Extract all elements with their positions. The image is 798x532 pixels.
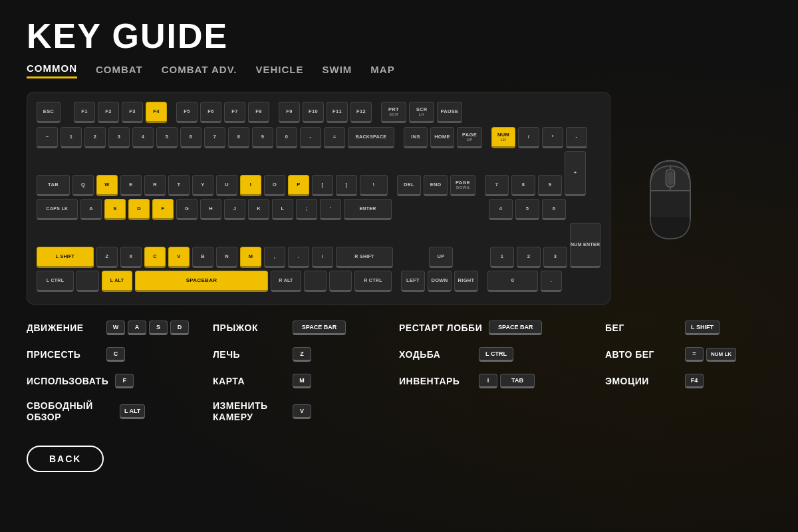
key-num3[interactable]: 3 — [543, 247, 567, 268]
key-f7[interactable]: F7 — [224, 102, 245, 123]
key-esc[interactable]: ESC — [37, 102, 61, 123]
tab-common[interactable]: COMMON — [27, 63, 77, 78]
key-lalt[interactable]: L ALT — [102, 271, 132, 292]
key-num-star[interactable]: * — [542, 127, 563, 148]
key-f[interactable]: F — [152, 199, 174, 220]
key-pause[interactable]: PAUSE — [437, 102, 462, 123]
key-lwin[interactable] — [76, 271, 99, 292]
key-prtscr[interactable]: PRTSCR — [381, 102, 406, 123]
key-g[interactable]: G — [176, 199, 198, 220]
key-num1[interactable]: 1 — [490, 247, 514, 268]
key-comma[interactable]: , — [264, 247, 285, 268]
key-slash[interactable]: / — [312, 247, 333, 268]
key-tilde[interactable]: ~ — [37, 127, 58, 148]
key-num6[interactable]: 6 — [542, 199, 566, 220]
key-numdot[interactable]: . — [541, 271, 562, 292]
key-scrlk[interactable]: SCRLK — [409, 102, 434, 123]
tab-map[interactable]: MAP — [370, 64, 394, 78]
key-rwin[interactable] — [304, 271, 327, 292]
key-ralt[interactable]: R ALT — [271, 271, 301, 292]
key-lshift[interactable]: L SHIFT — [37, 247, 94, 268]
key-up[interactable]: UP — [429, 247, 453, 268]
key-spacebar[interactable]: SPACEBAR — [135, 271, 268, 292]
key-h[interactable]: H — [200, 199, 221, 220]
key-y[interactable]: Y — [192, 175, 213, 196]
key-num8[interactable]: 8 — [511, 175, 535, 196]
key-menu[interactable] — [329, 271, 352, 292]
key-m[interactable]: M — [240, 247, 261, 268]
tab-combat-adv[interactable]: COMBAT ADV. — [162, 64, 237, 78]
key-z[interactable]: Z — [96, 247, 118, 268]
key-rshift[interactable]: R SHIFT — [336, 247, 393, 268]
key-a[interactable]: A — [80, 199, 102, 220]
key-f12[interactable]: F12 — [350, 102, 372, 123]
key-0[interactable]: 0 — [276, 127, 297, 148]
key-pgdn[interactable]: PAGEDOWN — [450, 175, 475, 196]
key-down[interactable]: DOWN — [428, 271, 452, 292]
key-k[interactable]: K — [248, 199, 269, 220]
key-num-minus[interactable]: - — [566, 127, 587, 148]
key-d[interactable]: D — [128, 199, 150, 220]
key-c[interactable]: C — [144, 247, 166, 268]
key-num2[interactable]: 2 — [517, 247, 541, 268]
key-9[interactable]: 9 — [252, 127, 273, 148]
tab-vehicle[interactable]: VEHICLE — [256, 64, 304, 78]
key-num4[interactable]: 4 — [489, 199, 513, 220]
key-q[interactable]: Q — [72, 175, 94, 196]
key-1[interactable]: 1 — [61, 127, 82, 148]
key-num-plus[interactable]: + — [565, 151, 586, 196]
key-pgup[interactable]: PAGEUP — [457, 127, 482, 148]
key-s[interactable]: S — [104, 199, 126, 220]
key-lbracket[interactable]: [ — [312, 175, 333, 196]
key-i[interactable]: I — [240, 175, 261, 196]
key-quote[interactable]: ' — [320, 199, 341, 220]
key-4[interactable]: 4 — [132, 127, 154, 148]
key-r[interactable]: R — [144, 175, 166, 196]
key-f2[interactable]: F2 — [98, 102, 119, 123]
key-3[interactable]: 3 — [108, 127, 130, 148]
key-f8[interactable]: F8 — [248, 102, 269, 123]
key-5[interactable]: 5 — [156, 127, 178, 148]
key-backslash[interactable]: \ — [360, 175, 388, 196]
key-enter[interactable]: ENTER — [344, 199, 392, 220]
key-f6[interactable]: F6 — [200, 102, 221, 123]
key-home[interactable]: HOME — [430, 127, 454, 148]
key-left[interactable]: LEFT — [401, 271, 425, 292]
key-p[interactable]: P — [288, 175, 309, 196]
key-8[interactable]: 8 — [228, 127, 249, 148]
key-u[interactable]: U — [216, 175, 237, 196]
key-period[interactable]: . — [288, 247, 309, 268]
key-num-slash[interactable]: / — [518, 127, 539, 148]
key-equals[interactable]: = — [324, 127, 345, 148]
key-semicolon[interactable]: ; — [296, 199, 317, 220]
key-l[interactable]: L — [272, 199, 293, 220]
key-x[interactable]: X — [120, 247, 142, 268]
key-lctrl[interactable]: L CTRL — [37, 271, 74, 292]
key-b[interactable]: B — [192, 247, 213, 268]
key-t[interactable]: T — [168, 175, 190, 196]
key-capslock[interactable]: CAPS LK — [37, 199, 78, 220]
tab-swim[interactable]: SWIM — [323, 64, 352, 78]
key-backspace[interactable]: BACKSPACE — [348, 127, 394, 148]
key-end[interactable]: END — [424, 175, 448, 196]
key-2[interactable]: 2 — [84, 127, 106, 148]
key-rctrl[interactable]: R CTRL — [354, 271, 392, 292]
key-f5[interactable]: F5 — [176, 102, 198, 123]
key-del[interactable]: DEL — [397, 175, 421, 196]
back-button[interactable]: BACK — [27, 446, 104, 472]
key-num9[interactable]: 9 — [538, 175, 562, 196]
key-num5[interactable]: 5 — [515, 199, 539, 220]
key-7[interactable]: 7 — [204, 127, 225, 148]
key-f4[interactable]: F4 — [146, 102, 167, 123]
key-f1[interactable]: F1 — [74, 102, 95, 123]
key-w[interactable]: W — [96, 175, 118, 196]
key-n[interactable]: N — [216, 247, 237, 268]
key-numlk[interactable]: NUMLK — [491, 127, 515, 148]
key-num7[interactable]: 7 — [485, 175, 509, 196]
key-tab[interactable]: TAB — [37, 175, 70, 196]
key-v[interactable]: V — [168, 247, 190, 268]
key-minus[interactable]: - — [300, 127, 321, 148]
key-f11[interactable]: F11 — [327, 102, 348, 123]
key-6[interactable]: 6 — [180, 127, 201, 148]
key-f10[interactable]: F10 — [303, 102, 324, 123]
